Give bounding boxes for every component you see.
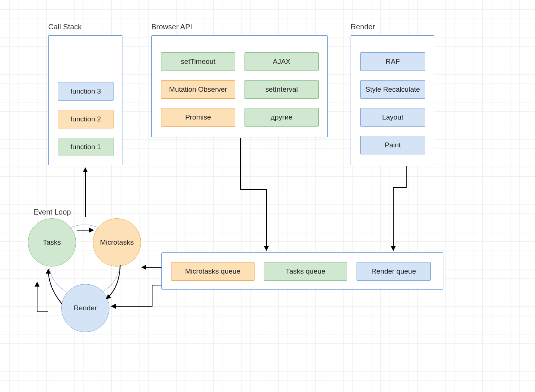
call-stack-panel: function 3 function 2 function 1 xyxy=(48,35,122,165)
api-item-promise: Promise xyxy=(161,108,235,127)
arrow-api-to-queues xyxy=(240,138,266,251)
queues-panel: Microtasks queue Tasks queue Render queu… xyxy=(161,252,443,290)
call-stack-item: function 2 xyxy=(58,110,114,128)
event-loop-render: Render xyxy=(61,284,109,332)
render-step-paint: Paint xyxy=(360,136,425,154)
diagram-canvas: Call Stack Browser API Render Event Loop… xyxy=(0,0,535,392)
queue-render: Render queue xyxy=(357,262,431,281)
arrow-render-to-queues xyxy=(393,166,406,251)
render-step-style-recalculate: Style Recalculate xyxy=(360,80,425,99)
call-stack-label: Call Stack xyxy=(48,23,82,31)
event-loop-label: Event Loop xyxy=(33,208,71,216)
render-panel: RAF Style Recalculate Layout Paint xyxy=(351,35,434,165)
render-step-layout: Layout xyxy=(360,108,425,127)
api-item-ajax: AJAX xyxy=(244,52,319,71)
arrow-queues-to-render xyxy=(111,285,161,306)
api-item-setinterval: setInterval xyxy=(244,80,319,99)
api-item-settimeout: setTimeout xyxy=(161,52,235,71)
browser-api-label: Browser API xyxy=(151,23,192,31)
api-item-other: другие xyxy=(244,108,319,127)
event-loop-tasks: Tasks xyxy=(28,218,76,267)
render-label: Render xyxy=(351,23,375,31)
browser-api-panel: setTimeout AJAX Mutation Observer setInt… xyxy=(151,35,328,137)
call-stack-item: function 3 xyxy=(58,82,114,101)
render-step-raf: RAF xyxy=(360,52,425,71)
arrow-render-loopback xyxy=(37,282,48,312)
queue-microtasks: Microtasks queue xyxy=(171,262,255,281)
queue-tasks: Tasks queue xyxy=(264,262,347,281)
api-item-mutation-observer: Mutation Observer xyxy=(161,80,235,99)
event-loop-microtasks: Microtasks xyxy=(93,218,141,267)
call-stack-item: function 1 xyxy=(58,138,114,156)
